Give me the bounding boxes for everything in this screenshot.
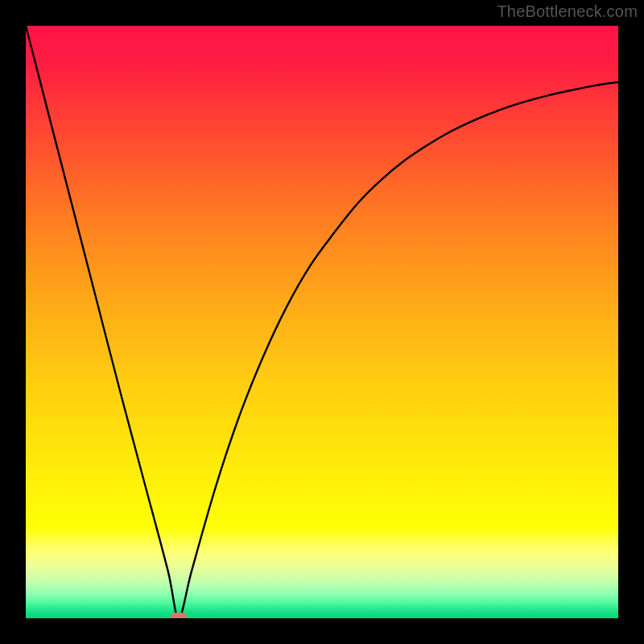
- curve-layer: [26, 26, 618, 618]
- chart-frame: TheBottleneck.com: [0, 0, 644, 644]
- watermark-text: TheBottleneck.com: [497, 2, 638, 21]
- bottleneck-curve: [26, 26, 618, 618]
- plot-area: [26, 26, 618, 618]
- minimum-marker: [170, 613, 188, 618]
